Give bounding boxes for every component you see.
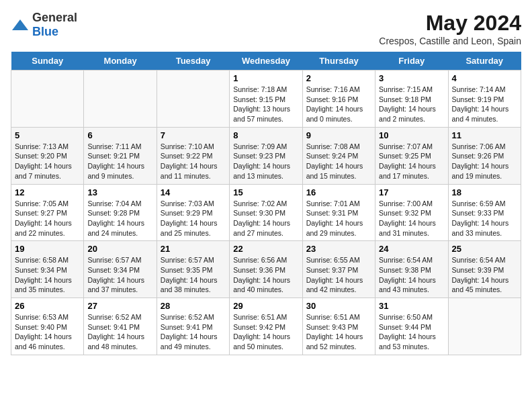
calendar-cell: 29Sunrise: 6:51 AMSunset: 9:42 PMDayligh…	[230, 298, 302, 355]
day-number: 1	[233, 73, 298, 83]
day-number: 26	[15, 301, 80, 311]
calendar-cell: 11Sunrise: 7:06 AMSunset: 9:26 PMDayligh…	[448, 127, 521, 184]
cell-text: Sunrise: 6:51 AMSunset: 9:42 PMDaylight:…	[233, 312, 298, 352]
calendar-cell: 18Sunrise: 6:59 AMSunset: 9:33 PMDayligh…	[448, 184, 521, 241]
cell-text: Sunrise: 6:55 AMSunset: 9:37 PMDaylight:…	[306, 255, 371, 295]
day-number: 3	[379, 73, 444, 83]
day-number: 25	[452, 244, 517, 254]
title-area: May 2024 Crespos, Castille and Leon, Spa…	[379, 11, 521, 46]
cell-text: Sunrise: 7:11 AMSunset: 9:21 PMDaylight:…	[87, 142, 152, 181]
svg-marker-0	[12, 19, 28, 30]
cell-text: Sunrise: 6:58 AMSunset: 9:34 PMDaylight:…	[15, 255, 80, 295]
day-number: 27	[87, 301, 152, 311]
day-number: 13	[87, 187, 152, 197]
calendar-cell: 4Sunrise: 7:14 AMSunset: 9:19 PMDaylight…	[448, 71, 521, 128]
dow-header-wednesday: Wednesday	[230, 52, 302, 71]
logo-text: General Blue	[32, 11, 77, 39]
calendar-cell: 6Sunrise: 7:11 AMSunset: 9:21 PMDaylight…	[84, 127, 157, 184]
cell-text: Sunrise: 7:16 AMSunset: 9:16 PMDaylight:…	[306, 85, 371, 124]
calendar-cell: 16Sunrise: 7:01 AMSunset: 9:31 PMDayligh…	[302, 184, 375, 241]
dow-header-monday: Monday	[84, 52, 157, 71]
logo-general: General	[32, 11, 77, 24]
cell-text: Sunrise: 7:15 AMSunset: 9:18 PMDaylight:…	[379, 85, 444, 124]
cell-text: Sunrise: 6:54 AMSunset: 9:39 PMDaylight:…	[452, 255, 517, 295]
cell-text: Sunrise: 7:09 AMSunset: 9:23 PMDaylight:…	[233, 142, 298, 181]
day-number: 21	[161, 244, 226, 254]
day-number: 30	[306, 301, 371, 311]
cell-text: Sunrise: 6:52 AMSunset: 9:41 PMDaylight:…	[161, 312, 226, 352]
cell-text: Sunrise: 6:59 AMSunset: 9:33 PMDaylight:…	[452, 199, 517, 238]
calendar-cell: 23Sunrise: 6:55 AMSunset: 9:37 PMDayligh…	[302, 241, 375, 298]
cell-text: Sunrise: 7:13 AMSunset: 9:20 PMDaylight:…	[15, 142, 80, 181]
day-number: 4	[452, 73, 517, 83]
calendar-cell	[11, 71, 84, 128]
calendar-cell: 26Sunrise: 6:53 AMSunset: 9:40 PMDayligh…	[11, 298, 84, 355]
day-number: 15	[233, 187, 298, 197]
calendar-cell	[84, 71, 157, 128]
cell-text: Sunrise: 6:54 AMSunset: 9:38 PMDaylight:…	[379, 255, 444, 295]
main-title: May 2024	[379, 11, 521, 36]
cell-text: Sunrise: 7:03 AMSunset: 9:29 PMDaylight:…	[161, 199, 226, 238]
day-number: 7	[161, 130, 226, 140]
calendar-cell: 21Sunrise: 6:57 AMSunset: 9:35 PMDayligh…	[157, 241, 229, 298]
day-number: 18	[452, 187, 517, 197]
cell-text: Sunrise: 7:14 AMSunset: 9:19 PMDaylight:…	[452, 85, 517, 124]
cell-text: Sunrise: 7:18 AMSunset: 9:15 PMDaylight:…	[233, 85, 298, 124]
calendar-cell: 22Sunrise: 6:56 AMSunset: 9:36 PMDayligh…	[230, 241, 302, 298]
logo: General Blue	[11, 11, 77, 39]
calendar-cell: 20Sunrise: 6:57 AMSunset: 9:34 PMDayligh…	[84, 241, 157, 298]
calendar-cell: 5Sunrise: 7:13 AMSunset: 9:20 PMDaylight…	[11, 127, 84, 184]
day-number: 31	[379, 301, 444, 311]
cell-text: Sunrise: 7:02 AMSunset: 9:30 PMDaylight:…	[233, 199, 298, 238]
dow-header-tuesday: Tuesday	[157, 52, 229, 71]
calendar-cell: 12Sunrise: 7:05 AMSunset: 9:27 PMDayligh…	[11, 184, 84, 241]
cell-text: Sunrise: 7:06 AMSunset: 9:26 PMDaylight:…	[452, 142, 517, 181]
calendar-cell: 25Sunrise: 6:54 AMSunset: 9:39 PMDayligh…	[448, 241, 521, 298]
day-number: 28	[161, 301, 226, 311]
cell-text: Sunrise: 7:00 AMSunset: 9:32 PMDaylight:…	[379, 199, 444, 238]
calendar-cell: 7Sunrise: 7:10 AMSunset: 9:22 PMDaylight…	[157, 127, 229, 184]
day-number: 12	[15, 187, 80, 197]
subtitle: Crespos, Castille and Leon, Spain	[379, 36, 521, 46]
cell-text: Sunrise: 7:07 AMSunset: 9:25 PMDaylight:…	[379, 142, 444, 181]
cell-text: Sunrise: 6:52 AMSunset: 9:41 PMDaylight:…	[87, 312, 152, 352]
calendar-cell: 28Sunrise: 6:52 AMSunset: 9:41 PMDayligh…	[157, 298, 229, 355]
cell-text: Sunrise: 6:56 AMSunset: 9:36 PMDaylight:…	[233, 255, 298, 295]
cell-text: Sunrise: 6:57 AMSunset: 9:35 PMDaylight:…	[161, 255, 226, 295]
day-number: 22	[233, 244, 298, 254]
day-number: 19	[15, 244, 80, 254]
calendar-cell: 1Sunrise: 7:18 AMSunset: 9:15 PMDaylight…	[230, 71, 302, 128]
page-header: General Blue May 2024 Crespos, Castille …	[11, 11, 521, 46]
cell-text: Sunrise: 7:08 AMSunset: 9:24 PMDaylight:…	[306, 142, 371, 181]
calendar-cell: 24Sunrise: 6:54 AMSunset: 9:38 PMDayligh…	[375, 241, 448, 298]
day-number: 14	[161, 187, 226, 197]
calendar-cell: 13Sunrise: 7:04 AMSunset: 9:28 PMDayligh…	[84, 184, 157, 241]
day-number: 6	[87, 130, 152, 140]
calendar-cell	[448, 298, 521, 355]
calendar-cell: 14Sunrise: 7:03 AMSunset: 9:29 PMDayligh…	[157, 184, 229, 241]
dow-header-thursday: Thursday	[302, 52, 375, 71]
day-number: 5	[15, 130, 80, 140]
day-number: 2	[306, 73, 371, 83]
cell-text: Sunrise: 7:05 AMSunset: 9:27 PMDaylight:…	[15, 199, 80, 238]
day-number: 29	[233, 301, 298, 311]
day-number: 20	[87, 244, 152, 254]
calendar-cell: 27Sunrise: 6:52 AMSunset: 9:41 PMDayligh…	[84, 298, 157, 355]
calendar-cell: 10Sunrise: 7:07 AMSunset: 9:25 PMDayligh…	[375, 127, 448, 184]
logo-blue: Blue	[32, 25, 58, 38]
dow-header-friday: Friday	[375, 52, 448, 71]
calendar-cell: 30Sunrise: 6:51 AMSunset: 9:43 PMDayligh…	[302, 298, 375, 355]
cell-text: Sunrise: 7:04 AMSunset: 9:28 PMDaylight:…	[87, 199, 152, 238]
cell-text: Sunrise: 7:01 AMSunset: 9:31 PMDaylight:…	[306, 199, 371, 238]
calendar-cell: 19Sunrise: 6:58 AMSunset: 9:34 PMDayligh…	[11, 241, 84, 298]
day-number: 11	[452, 130, 517, 140]
day-number: 9	[306, 130, 371, 140]
calendar-cell: 8Sunrise: 7:09 AMSunset: 9:23 PMDaylight…	[230, 127, 302, 184]
calendar-cell: 3Sunrise: 7:15 AMSunset: 9:18 PMDaylight…	[375, 71, 448, 128]
calendar-table: SundayMondayTuesdayWednesdayThursdayFrid…	[11, 52, 521, 355]
day-number: 8	[233, 130, 298, 140]
calendar-cell	[157, 71, 229, 128]
cell-text: Sunrise: 6:53 AMSunset: 9:40 PMDaylight:…	[15, 312, 80, 352]
dow-header-saturday: Saturday	[448, 52, 521, 71]
logo-icon	[11, 18, 30, 32]
